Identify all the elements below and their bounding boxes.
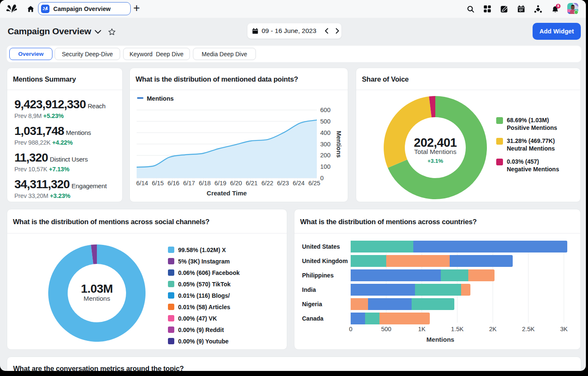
svg-text:6/18: 6/18 (199, 180, 211, 187)
svg-text:2.5K: 2.5K (522, 326, 535, 332)
svg-text:6/20: 6/20 (230, 180, 242, 187)
svg-text:500: 500 (320, 118, 330, 125)
svg-text:Mentions: Mentions (335, 131, 342, 158)
svg-text:6/25: 6/25 (308, 180, 320, 187)
svg-text:6/17: 6/17 (183, 180, 195, 187)
svg-text:Created Time: Created Time (207, 189, 247, 197)
svg-text:1.5K: 1.5K (451, 326, 464, 332)
svg-text:0: 0 (349, 326, 352, 332)
svg-text:6/16: 6/16 (168, 180, 179, 187)
svg-text:2K: 2K (489, 326, 497, 332)
svg-text:6/19: 6/19 (214, 180, 226, 187)
svg-text:1K: 1K (418, 326, 426, 332)
svg-text:400: 400 (320, 129, 330, 136)
svg-text:6/23: 6/23 (277, 180, 289, 187)
svg-text:200: 200 (320, 152, 330, 159)
svg-text:300: 300 (320, 141, 330, 148)
svg-text:Mentions: Mentions (426, 336, 454, 343)
svg-text:6/14: 6/14 (136, 180, 148, 187)
svg-text:6/24: 6/24 (293, 180, 305, 187)
svg-text:600: 600 (320, 107, 330, 113)
svg-text:6/15: 6/15 (152, 180, 164, 187)
svg-text:6/21: 6/21 (246, 180, 258, 187)
svg-text:Mentions: Mentions (147, 95, 174, 102)
svg-text:6/22: 6/22 (261, 180, 273, 187)
svg-text:3K: 3K (560, 326, 568, 332)
svg-text:100: 100 (320, 163, 330, 170)
svg-text:500: 500 (381, 326, 391, 332)
svg-text:0: 0 (320, 175, 324, 181)
